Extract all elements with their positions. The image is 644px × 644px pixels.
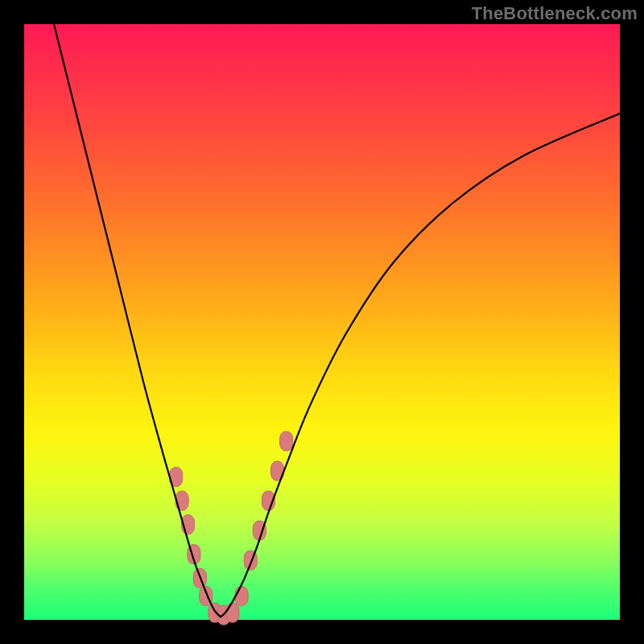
highlight-marker (226, 603, 239, 622)
highlight-marker (235, 586, 248, 605)
plot-area (24, 24, 620, 620)
marker-layer (170, 431, 293, 625)
watermark-text: TheBottleneck.com (472, 3, 638, 24)
left-branch-curve (54, 24, 221, 617)
highlight-marker (280, 431, 293, 451)
chart-svg (24, 24, 620, 620)
outer-frame: TheBottleneck.com (0, 0, 644, 644)
right-branch-curve (221, 114, 620, 617)
